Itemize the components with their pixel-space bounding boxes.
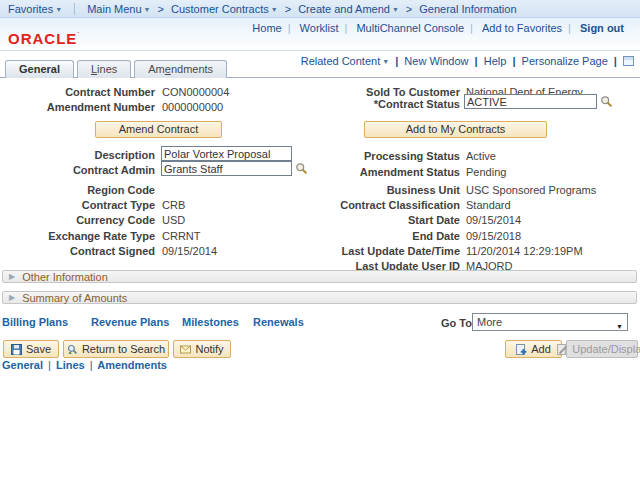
contract-status-label: *Contract Status [305, 98, 460, 110]
processing-status-label: Processing Status [305, 150, 460, 162]
section-summary-of-amounts[interactable]: ▶ Summary of Amounts [2, 291, 637, 304]
go-to-select[interactable]: More ▼ [472, 313, 628, 331]
utility-separator: | [395, 55, 398, 67]
add-to-favorites-link[interactable]: Add to Favorites [476, 22, 568, 34]
new-window-link[interactable]: New Window [401, 55, 471, 67]
milestones-link[interactable]: Milestones [182, 316, 239, 328]
sign-out-link[interactable]: Sign out [574, 22, 630, 34]
return-to-search-icon [67, 344, 78, 355]
breadcrumb: Favorites▼ Main Menu▼ > Customer Contrac… [0, 0, 640, 18]
end-date-label: End Date [305, 230, 460, 242]
end-date-value: 09/15/2018 [466, 230, 521, 242]
business-unit-label: Business Unit [305, 184, 460, 196]
add-icon [516, 344, 527, 355]
header-link-separator: | [568, 22, 571, 34]
notify-button[interactable]: Notify [173, 340, 231, 358]
utility-separator: | [614, 55, 617, 67]
footer-page-links: General | Lines | Amendments [2, 359, 167, 371]
contract-number-value: CON0000004 [162, 86, 229, 98]
personalize-page-link[interactable]: Personalize Page [519, 55, 611, 67]
last-update-datetime-value: 11/20/2014 12:29:19PM [466, 245, 583, 257]
amendment-number-label: Amendment Number [0, 101, 155, 113]
currency-code-label: Currency Code [0, 214, 155, 226]
section-summary-of-amounts-label: Summary of Amounts [22, 292, 127, 304]
contract-type-value: CRB [162, 199, 185, 211]
contract-status-input[interactable] [464, 94, 597, 109]
exchange-rate-type-label: Exchange Rate Type [0, 230, 155, 242]
footer-link-amendments[interactable]: Amendments [97, 359, 167, 371]
amendment-status-value: Pending [466, 166, 506, 178]
header-bar: Home| Worklist| MultiChannel Console| Ad… [0, 18, 640, 51]
header-links: Home| Worklist| MultiChannel Console| Ad… [246, 22, 630, 34]
worklist-link[interactable]: Worklist [294, 22, 345, 34]
contract-signed-value: 09/15/2014 [162, 245, 217, 257]
currency-code-value: USD [162, 214, 185, 226]
contract-signed-label: Contract Signed [0, 245, 155, 257]
contract-type-label: Contract Type [0, 199, 155, 211]
region-code-label: Region Code [0, 184, 155, 196]
chevron-down-icon: ▼ [616, 319, 623, 335]
return-to-search-button[interactable]: Return to Search [63, 340, 169, 358]
breadcrumb-favorites[interactable]: Favorites▼ [4, 3, 66, 15]
breadcrumb-customer-contracts[interactable]: Customer Contracts▼ [167, 3, 282, 15]
peoplesoft-page: Favorites▼ Main Menu▼ > Customer Contrac… [0, 0, 640, 480]
contract-status-lookup-icon[interactable] [600, 95, 613, 108]
notify-icon [180, 344, 191, 355]
utility-links: Related Content▼ | New Window | Help | P… [298, 55, 634, 67]
home-link[interactable]: Home [246, 22, 287, 34]
utility-separator: | [512, 55, 515, 67]
breadcrumb-divider [74, 3, 75, 15]
chevron-down-icon: ▼ [271, 6, 278, 13]
contract-admin-label: Contract Admin [0, 164, 155, 176]
section-other-information[interactable]: ▶ Other Information [2, 270, 637, 283]
contract-admin-input[interactable] [161, 161, 292, 176]
breadcrumb-separator: > [155, 3, 167, 15]
tab-lines[interactable]: Lines [77, 60, 131, 78]
update-display-icon [557, 344, 568, 355]
add-button[interactable]: Add [505, 340, 562, 358]
footer-link-separator: | [88, 359, 95, 371]
footer-link-lines[interactable]: Lines [56, 359, 85, 371]
save-button[interactable]: Save [3, 340, 59, 358]
breadcrumb-create-and-amend[interactable]: Create and Amend▼ [294, 3, 403, 15]
description-input[interactable] [161, 146, 292, 161]
help-link[interactable]: Help [481, 55, 510, 67]
chevron-down-icon: ▼ [392, 6, 399, 13]
tab-bar: General Lines Amendments [5, 60, 227, 78]
start-date-value: 09/15/2014 [466, 214, 521, 226]
save-icon [11, 344, 22, 355]
footer-link-general[interactable]: General [2, 359, 43, 371]
amendment-status-label: Amendment Status [305, 166, 460, 178]
header-link-separator: | [345, 22, 348, 34]
revenue-plans-link[interactable]: Revenue Plans [91, 316, 169, 328]
chevron-down-icon: ▼ [382, 58, 389, 65]
last-update-datetime-label: Last Update Date/Time [305, 245, 460, 257]
section-other-information-label: Other Information [22, 271, 108, 283]
update-display-button: Update/Display [566, 340, 638, 358]
breadcrumb-separator: > [282, 3, 294, 15]
chevron-down-icon: ▼ [55, 6, 62, 13]
amend-contract-button[interactable]: Amend Contract [95, 121, 222, 138]
add-to-my-contracts-button[interactable]: Add to My Contracts [364, 121, 547, 138]
go-to-selected-value: More [477, 316, 502, 328]
contract-classification-label: Contract Classification [305, 199, 460, 211]
exchange-rate-type-value: CRRNT [162, 230, 201, 242]
start-date-label: Start Date [305, 214, 460, 226]
sold-to-customer-label: Sold To Customer [305, 86, 460, 98]
billing-plans-link[interactable]: Billing Plans [2, 316, 68, 328]
expand-arrow-icon: ▶ [9, 272, 15, 281]
amendment-number-value: 0000000000 [162, 101, 223, 113]
processing-status-value: Active [466, 150, 496, 162]
tab-general[interactable]: General [5, 60, 74, 78]
related-content-link[interactable]: Related Content▼ [298, 55, 392, 67]
contract-classification-value: Standard [466, 199, 511, 211]
new-window-icon[interactable] [623, 56, 634, 66]
tab-amendments[interactable]: Amendments [134, 60, 227, 78]
breadcrumb-main-menu[interactable]: Main Menu▼ [83, 3, 154, 15]
renewals-link[interactable]: Renewals [253, 316, 304, 328]
multichannel-console-link[interactable]: MultiChannel Console [350, 22, 470, 34]
business-unit-value: USC Sponsored Programs [466, 184, 596, 196]
oracle-logo: ORACLE´ [8, 30, 80, 47]
description-label: Description [0, 149, 155, 161]
utility-separator: | [475, 55, 478, 67]
